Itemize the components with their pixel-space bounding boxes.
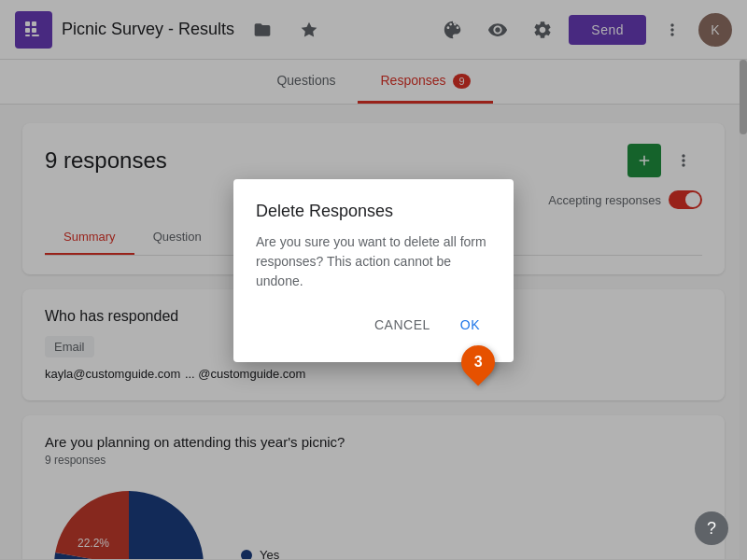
dialog-body: Are you sure you want to delete all form…	[256, 232, 491, 291]
step-badge-3: 3	[455, 339, 502, 386]
help-button[interactable]: ?	[695, 511, 728, 545]
dialog-overlay: Delete Responses Are you sure you want t…	[0, 0, 747, 560]
delete-responses-dialog: Delete Responses Are you sure you want t…	[233, 179, 514, 362]
ok-button[interactable]: OK	[449, 310, 491, 340]
dialog-title: Delete Responses	[256, 202, 491, 221]
dialog-actions: CANCEL OK	[256, 310, 491, 340]
cancel-button[interactable]: CANCEL	[363, 310, 442, 340]
